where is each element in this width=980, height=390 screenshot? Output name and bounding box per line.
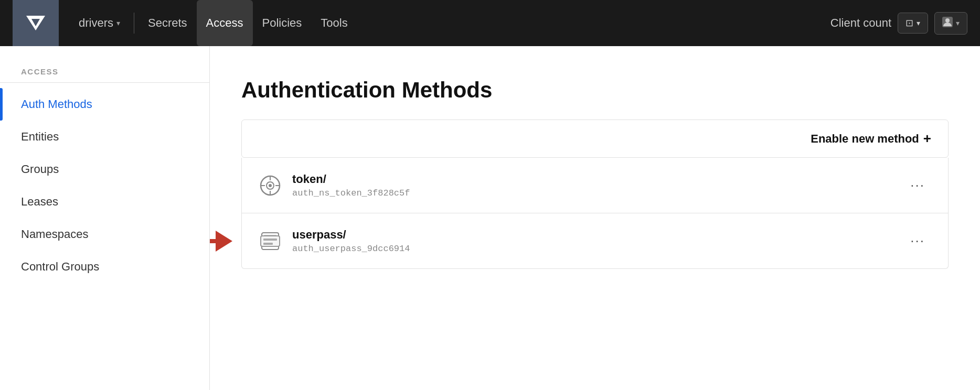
auth-method-list: token/ auth_ns_token_3f828c5f ··· bbox=[241, 158, 949, 269]
userpass-method-menu-button[interactable]: ··· bbox=[904, 231, 931, 251]
userpass-method-desc: auth_userpass_9dcc6914 bbox=[292, 244, 904, 254]
terminal-chevron-icon: ▾ bbox=[917, 19, 920, 27]
userpass-method-info: userpass/ auth_userpass_9dcc6914 bbox=[292, 228, 904, 254]
token-method-desc: auth_ns_token_3f828c5f bbox=[292, 188, 904, 198]
sidebar-item-leases[interactable]: Leases bbox=[0, 186, 209, 218]
enable-new-method-button[interactable]: Enable new method + bbox=[811, 131, 931, 147]
main-layout: ACCESS Auth Methods Entities Groups Leas… bbox=[0, 46, 980, 390]
nav-secrets[interactable]: Secrets bbox=[139, 0, 197, 46]
userpass-method-icon bbox=[259, 230, 282, 253]
svg-point-4 bbox=[269, 184, 272, 187]
svg-rect-15 bbox=[263, 243, 273, 245]
user-icon bbox=[942, 17, 953, 30]
arrow-shaft bbox=[210, 239, 216, 243]
terminal-button[interactable]: ⊡ ▾ bbox=[898, 13, 928, 34]
nav-brand[interactable]: drivers ▾ bbox=[69, 0, 130, 46]
svg-point-1 bbox=[945, 18, 950, 23]
user-button[interactable]: ▾ bbox=[934, 12, 967, 35]
main-content: Authentication Methods Enable new method… bbox=[210, 46, 980, 390]
sidebar: ACCESS Auth Methods Entities Groups Leas… bbox=[0, 46, 210, 390]
sidebar-item-auth-methods[interactable]: Auth Methods bbox=[0, 88, 209, 121]
svg-rect-14 bbox=[263, 239, 277, 241]
nav-tools[interactable]: Tools bbox=[311, 0, 357, 46]
nav-access[interactable]: Access bbox=[197, 0, 253, 46]
sidebar-item-namespaces[interactable]: Namespaces bbox=[0, 218, 209, 251]
method-item-userpass: userpass/ auth_userpass_9dcc6914 ··· bbox=[242, 213, 948, 268]
token-method-name: token/ bbox=[292, 172, 904, 186]
sidebar-item-groups[interactable]: Groups bbox=[0, 153, 209, 186]
arrow-annotation bbox=[210, 231, 232, 252]
nav-right: Client count ⊡ ▾ ▾ bbox=[830, 12, 967, 35]
userpass-method-name: userpass/ bbox=[292, 228, 904, 242]
sidebar-section-label: ACCESS bbox=[0, 67, 209, 83]
token-method-menu-button[interactable]: ··· bbox=[904, 175, 931, 196]
arrow-head bbox=[216, 231, 232, 252]
client-count-label: Client count bbox=[830, 16, 891, 30]
enable-btn-plus-icon: + bbox=[923, 131, 931, 147]
token-method-info: token/ auth_ns_token_3f828c5f bbox=[292, 172, 904, 198]
method-item-token: token/ auth_ns_token_3f828c5f ··· bbox=[242, 158, 948, 213]
toolbar: Enable new method + bbox=[241, 120, 949, 158]
page-title: Authentication Methods bbox=[241, 78, 949, 103]
brand-label: drivers bbox=[79, 16, 113, 30]
user-chevron-icon: ▾ bbox=[956, 19, 960, 27]
nav-policies[interactable]: Policies bbox=[253, 0, 312, 46]
enable-btn-label: Enable new method bbox=[811, 132, 919, 146]
token-method-icon bbox=[259, 174, 282, 197]
terminal-icon: ⊡ bbox=[906, 17, 913, 29]
sidebar-item-control-groups[interactable]: Control Groups bbox=[0, 251, 209, 283]
logo[interactable] bbox=[13, 0, 59, 46]
brand-chevron-icon: ▾ bbox=[116, 19, 120, 27]
top-navigation: drivers ▾ Secrets Access Policies Tools … bbox=[0, 0, 980, 46]
sidebar-item-entities[interactable]: Entities bbox=[0, 121, 209, 153]
nav-divider bbox=[134, 13, 134, 34]
